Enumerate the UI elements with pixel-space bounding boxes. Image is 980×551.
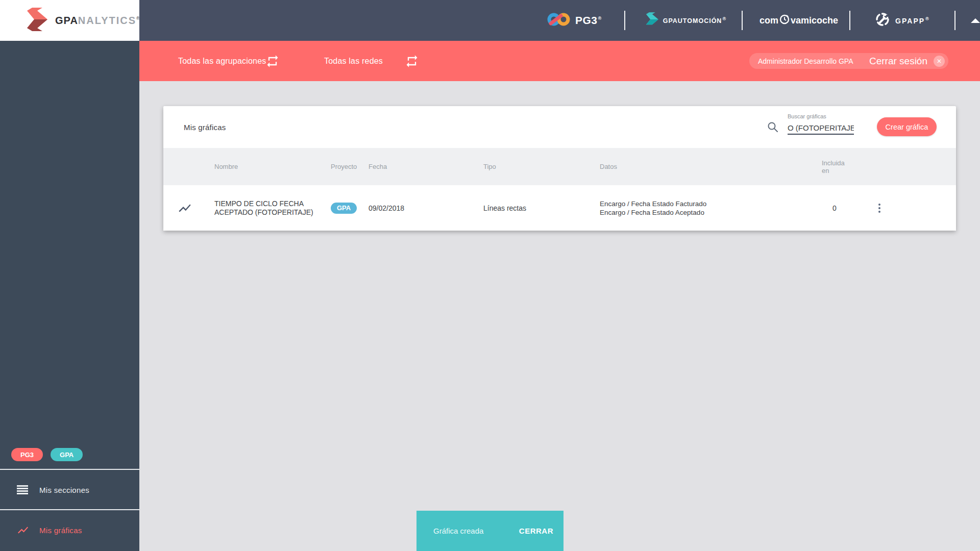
- project-badge: GPA: [331, 203, 357, 214]
- chart-data-series-2: Encargo / Fecha Estado Aceptado: [600, 209, 704, 216]
- gpautomocion-arrow-icon: [644, 12, 659, 29]
- header-divider: [742, 11, 743, 30]
- pg3-logo: PG3®: [547, 11, 602, 30]
- gpanalytics-logo-box: GPANALYTICS®: [0, 0, 139, 41]
- compravamicoche-pre-label: com: [760, 15, 778, 26]
- partner-logo-strip: PG3® GPAUTOMOCIÓN® com: [547, 0, 980, 41]
- column-header-tipo: Tipo: [483, 148, 496, 185]
- line-chart-icon: [17, 524, 29, 536]
- groupings-filter-label[interactable]: Todas las agrupaciones: [178, 41, 266, 81]
- kebab-menu-icon[interactable]: [872, 185, 887, 231]
- pg3-label: PG3: [575, 14, 598, 26]
- table-row[interactable]: TIEMPO DE CICLO FECHA ACEPTADO (FOTOPERI…: [163, 185, 956, 231]
- snackbar: Gráfica creada CERRAR: [416, 511, 564, 551]
- gpa-badge[interactable]: GPA: [51, 448, 83, 461]
- column-header-datos: Datos: [600, 148, 617, 185]
- gpa-arrow-logo-icon: [22, 8, 49, 33]
- collapse-up-icon[interactable]: [971, 18, 980, 23]
- pg3-infinity-icon: [547, 11, 571, 30]
- sidebar: PG3 GPA Mis secciones Mis gráficas: [0, 41, 139, 551]
- user-session-pill: Administrador Desarrollo GPA Cerrar sesi…: [749, 53, 948, 69]
- column-header-proyecto: Proyecto: [331, 148, 357, 185]
- search-input[interactable]: [788, 121, 854, 135]
- charts-card: Mis gráficas Buscar gráficas Crear gráfi…: [163, 106, 956, 231]
- sidebar-divider: [0, 509, 139, 510]
- chart-name: TIEMPO DE CICLO FECHA ACEPTADO (FOTOPERI…: [214, 199, 324, 217]
- card-header: Mis gráficas Buscar gráficas Crear gráfi…: [163, 106, 956, 148]
- column-header-nombre: Nombre: [214, 148, 324, 185]
- logged-user-label: Administrador Desarrollo GPA: [758, 57, 853, 65]
- sidebar-item-label: Mis secciones: [39, 486, 89, 494]
- search-icon[interactable]: [767, 121, 779, 135]
- snackbar-message: Gráfica creada: [433, 527, 483, 535]
- repeat-icon[interactable]: [405, 54, 419, 68]
- menu-hamburger-icon: [17, 485, 29, 494]
- sidebar-item-label: Mis gráficas: [39, 526, 82, 535]
- brand-name-light: NALYTICS: [78, 15, 136, 26]
- compravamicoche-logo: com vamicoche: [760, 14, 838, 27]
- header-divider: [849, 11, 850, 30]
- brand-reg-mark: ®: [136, 16, 140, 21]
- included-in-count: 0: [822, 185, 847, 231]
- logout-label: Cerrar sesión: [869, 56, 927, 67]
- sidebar-badges: PG3 GPA: [11, 448, 83, 461]
- table-header-row: Nombre Proyecto Fecha Tipo Datos Incluid…: [163, 148, 956, 185]
- logout-icon: ✕: [934, 56, 945, 67]
- gpapp-reg-mark: ®: [925, 16, 930, 21]
- gpautomocion-logo: GPAUTOMOCIÓN®: [644, 12, 726, 29]
- chart-type: Líneas rectas: [483, 185, 526, 231]
- sidebar-divider: [0, 469, 139, 470]
- pg3-reg-mark: ®: [598, 16, 602, 21]
- gpapp-wrench-icon: [875, 11, 891, 30]
- top-header-bar: PG3® GPAUTOMOCIÓN® com: [0, 0, 980, 41]
- repeat-icon[interactable]: [265, 54, 280, 68]
- gpautomocion-label: GPAUTOMOCIÓN: [663, 17, 722, 24]
- gpautomocion-reg-mark: ®: [722, 16, 726, 21]
- compravamicoche-post-label: vamicoche: [791, 15, 838, 26]
- column-header-incluida-en: Incluida en: [822, 148, 847, 185]
- gpapp-label: GPAPP: [895, 16, 925, 24]
- clock-icon: [779, 14, 790, 27]
- header-divider: [624, 11, 625, 30]
- gpapp-logo: GPAPP®: [875, 11, 930, 30]
- search-field-label: Buscar gráficas: [788, 113, 826, 119]
- column-header-fecha: Fecha: [369, 148, 387, 185]
- snackbar-close-button[interactable]: CERRAR: [516, 526, 556, 536]
- pg3-badge[interactable]: PG3: [11, 448, 43, 461]
- header-divider: [954, 11, 955, 30]
- sidebar-item-mis-secciones[interactable]: Mis secciones: [0, 470, 139, 509]
- logout-button[interactable]: Cerrar sesión ✕: [869, 56, 948, 67]
- page-title: Mis gráficas: [184, 106, 226, 148]
- chart-date: 09/02/2018: [369, 185, 404, 231]
- chart-data-series-1: Encargo / Fecha Estado Facturado: [600, 200, 706, 208]
- line-chart-icon: [178, 185, 192, 231]
- brand-name-bold: GPA: [55, 15, 78, 26]
- networks-filter-label[interactable]: Todas las redes: [324, 41, 383, 81]
- create-chart-button[interactable]: Crear gráfica: [877, 117, 937, 136]
- filter-bar: Todas las agrupaciones Todas las redes A…: [139, 41, 980, 81]
- sidebar-item-mis-graficas[interactable]: Mis gráficas: [0, 511, 139, 549]
